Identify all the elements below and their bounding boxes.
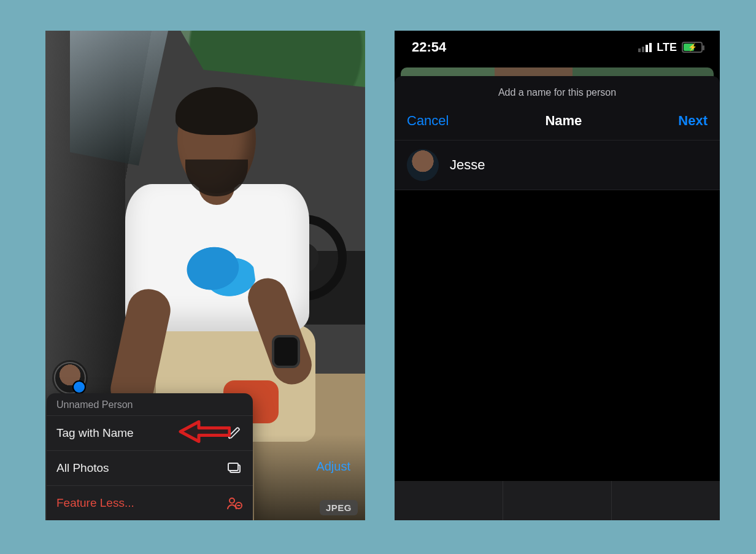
- adjust-button[interactable]: Adjust: [316, 460, 350, 474]
- sheet-caption: Add a name for this person: [395, 76, 720, 103]
- sheet-title: Name: [545, 113, 582, 129]
- context-menu-header: Unnamed Person: [47, 393, 253, 415]
- person-minus-icon: [226, 494, 243, 512]
- name-input-row: [395, 140, 720, 190]
- left-screenshot: Adjust JPEG Unnamed Person Tag with Name: [45, 31, 365, 520]
- photo-stack-icon: [226, 460, 243, 477]
- pencil-icon: [226, 425, 243, 442]
- suggestion-slot[interactable]: [611, 481, 720, 520]
- name-input[interactable]: [450, 157, 708, 173]
- cancel-button[interactable]: Cancel: [407, 113, 449, 129]
- next-button[interactable]: Next: [678, 113, 708, 129]
- right-screenshot: 22:54 LTE ⚡ Add a name for this person C…: [395, 31, 720, 520]
- red-arrow-annotation-icon: [177, 420, 231, 447]
- status-time: 22:54: [412, 39, 446, 55]
- format-badge: JPEG: [320, 500, 358, 515]
- person-context-menu: Unnamed Person Tag with Name All Photos: [47, 393, 253, 520]
- suggestion-slot[interactable]: [503, 481, 611, 520]
- cellular-signal-icon: [638, 43, 652, 52]
- name-entry-sheet: Add a name for this person Cancel Name N…: [395, 76, 720, 190]
- person-illustration: [119, 92, 315, 411]
- suggestion-slot[interactable]: [395, 481, 503, 520]
- watch-illustration: [274, 337, 298, 366]
- status-bar: 22:54 LTE ⚡: [395, 31, 720, 64]
- network-label: LTE: [657, 41, 677, 54]
- photo-bottom-gradient: Adjust JPEG: [254, 434, 365, 520]
- svg-point-2: [230, 498, 234, 503]
- menu-item-label: Feature Less...: [56, 496, 134, 510]
- battery-charging-icon: ⚡: [682, 42, 703, 53]
- menu-item-tag-with-name[interactable]: Tag with Name: [47, 415, 253, 450]
- detected-face-bubble[interactable]: [54, 362, 86, 394]
- menu-item-label: All Photos: [56, 461, 109, 475]
- menu-item-feature-less[interactable]: Feature Less...: [47, 485, 253, 520]
- keyboard-suggestion-bar[interactable]: [395, 481, 720, 520]
- sheet-nav: Cancel Name Next: [395, 103, 720, 140]
- svg-rect-1: [228, 463, 238, 471]
- person-avatar: [407, 149, 439, 181]
- menu-item-all-photos[interactable]: All Photos: [47, 450, 253, 485]
- menu-item-label: Tag with Name: [56, 426, 134, 440]
